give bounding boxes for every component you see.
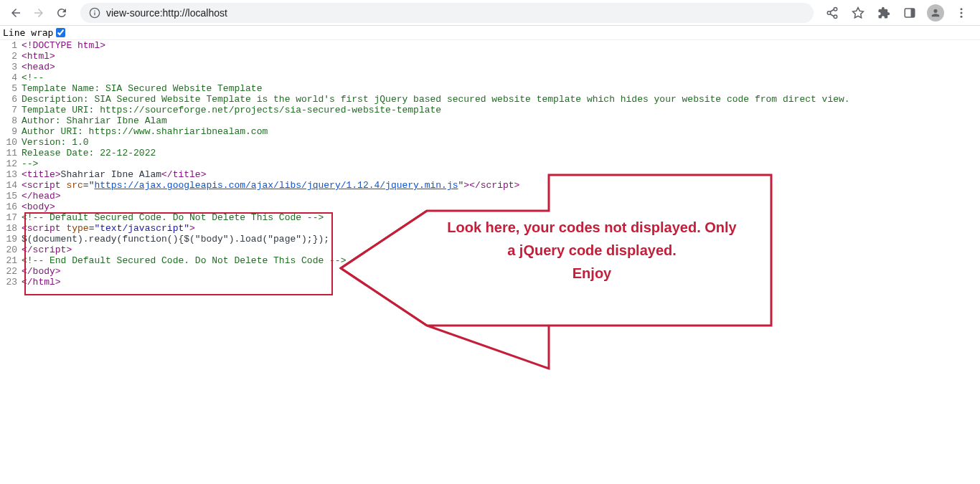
line-number: 19 <box>0 234 22 245</box>
code-content[interactable]: <body> <box>22 201 980 212</box>
code-content[interactable]: <html> <box>22 51 980 62</box>
line-number: 9 <box>0 126 22 137</box>
annotation-line2: a jQuery code displayed. <box>416 239 768 262</box>
source-line: 9Author URI: https://www.shahriaribneala… <box>0 126 980 137</box>
avatar-icon <box>927 4 944 22</box>
bookmark-button[interactable] <box>848 3 868 23</box>
line-number: 1 <box>0 40 22 51</box>
star-icon <box>852 6 864 19</box>
reload-icon <box>55 6 68 19</box>
url-text: view-source:http://localhost <box>106 7 227 19</box>
code-content[interactable]: Template Name: SIA Secured Website Templ… <box>22 83 980 94</box>
code-content[interactable]: <!DOCTYPE html> <box>22 40 980 51</box>
line-number: 20 <box>0 245 22 255</box>
dots-vertical-icon <box>955 6 968 19</box>
line-number: 5 <box>0 83 22 94</box>
code-content[interactable]: Author: Shahriar Ibne Alam <box>22 115 980 126</box>
line-number: 11 <box>0 148 22 158</box>
code-content[interactable]: Version: 1.0 <box>22 137 980 148</box>
line-number: 23 <box>0 277 22 288</box>
line-number: 7 <box>0 105 22 115</box>
source-line: 15</head> <box>0 191 980 201</box>
linewrap-checkbox[interactable] <box>56 28 65 37</box>
reload-button[interactable] <box>52 3 72 23</box>
code-content[interactable]: <!-- <box>22 72 980 83</box>
forward-button[interactable] <box>29 3 49 23</box>
source-line: 16<body> <box>0 201 980 212</box>
annotation-line3: Enjoy <box>416 262 768 285</box>
share-icon <box>826 6 839 19</box>
line-number: 3 <box>0 62 22 72</box>
code-content[interactable]: --> <box>22 158 980 169</box>
annotation-text: Look here, your codes not displayed. Onl… <box>416 216 768 285</box>
line-number: 12 <box>0 158 22 169</box>
line-number: 17 <box>0 212 22 223</box>
panel-icon <box>903 6 916 19</box>
line-number: 6 <box>0 94 22 105</box>
source-line: 10Version: 1.0 <box>0 137 980 148</box>
line-number: 18 <box>0 223 22 234</box>
address-bar[interactable]: view-source:http://localhost <box>80 3 814 23</box>
source-line: 1<!DOCTYPE html> <box>0 40 980 51</box>
code-content[interactable]: Description: SIA Secured Website Templat… <box>22 94 980 105</box>
svg-rect-2 <box>911 9 915 17</box>
info-icon <box>89 7 100 19</box>
source-line: 14<script src="https://ajax.googleapis.c… <box>0 180 980 191</box>
source-line: 12--> <box>0 158 980 169</box>
code-content[interactable]: Release Date: 22-12-2022 <box>22 148 980 158</box>
source-line: 11Release Date: 22-12-2022 <box>0 148 980 158</box>
source-line: 7Template URI: https://sourceforge.net/p… <box>0 105 980 115</box>
puzzle-icon <box>877 6 890 19</box>
line-number: 22 <box>0 266 22 277</box>
share-button[interactable] <box>822 3 842 23</box>
menu-button[interactable] <box>951 3 971 23</box>
code-content[interactable]: </head> <box>22 191 980 201</box>
code-content[interactable]: <script src="https://ajax.googleapis.com… <box>22 180 980 191</box>
linewrap-label: Line wrap <box>3 27 53 38</box>
line-number: 2 <box>0 51 22 62</box>
source-line: 6Description: SIA Secured Website Templa… <box>0 94 980 105</box>
arrow-right-icon <box>32 6 45 19</box>
code-content[interactable]: <title>Shahriar Ibne Alam</title> <box>22 169 980 180</box>
line-number: 13 <box>0 169 22 180</box>
line-number: 4 <box>0 72 22 83</box>
source-line: 8Author: Shahriar Ibne Alam <box>0 115 980 126</box>
line-number: 16 <box>0 201 22 212</box>
code-content[interactable]: <head> <box>22 62 980 72</box>
annotation-line1: Look here, your codes not displayed. Onl… <box>416 216 768 239</box>
source-line: 13<title>Shahriar Ibne Alam</title> <box>0 169 980 180</box>
sidepanel-button[interactable] <box>900 3 920 23</box>
browser-toolbar: view-source:http://localhost <box>0 0 980 26</box>
extensions-button[interactable] <box>874 3 894 23</box>
svg-point-3 <box>961 8 963 10</box>
toolbar-right <box>822 3 974 23</box>
source-line: 4<!-- <box>0 72 980 83</box>
line-number: 14 <box>0 180 22 191</box>
source-line: 2<html> <box>0 51 980 62</box>
svg-point-4 <box>961 11 963 14</box>
line-number: 21 <box>0 255 22 266</box>
code-content[interactable]: Author URI: https://www.shahriaribnealam… <box>22 126 980 137</box>
line-number: 8 <box>0 115 22 126</box>
page-content: Line wrap 1<!DOCTYPE html>2<html>3<head>… <box>0 26 980 288</box>
source-line: 5Template Name: SIA Secured Website Temp… <box>0 83 980 94</box>
linewrap-bar: Line wrap <box>0 26 980 40</box>
line-number: 15 <box>0 191 22 201</box>
code-content[interactable]: Template URI: https://sourceforge.net/pr… <box>22 105 980 115</box>
svg-point-5 <box>961 15 963 17</box>
back-button[interactable] <box>6 3 26 23</box>
source-line: 3<head> <box>0 62 980 72</box>
arrow-left-icon <box>9 6 22 19</box>
line-number: 10 <box>0 137 22 148</box>
profile-button[interactable] <box>925 3 946 23</box>
